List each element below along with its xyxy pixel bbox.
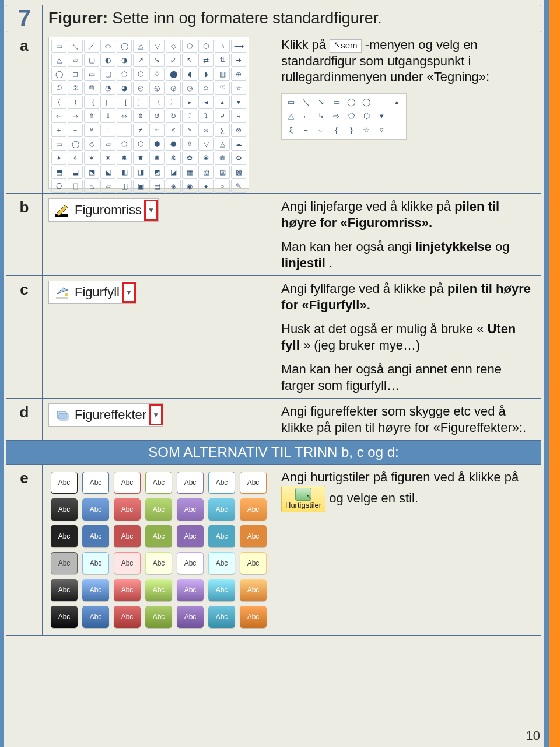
right-accent-bar (550, 0, 560, 747)
section-header: 7 Figurer: Sette inn og formatere standa… (6, 5, 541, 32)
section-number: 7 (6, 5, 43, 32)
pencil-outline-icon (52, 201, 71, 219)
b-p2-post: . (329, 256, 332, 270)
quick-style-cell[interactable]: Abc (145, 498, 172, 521)
quick-style-cell[interactable]: Abc (240, 472, 267, 494)
quick-style-cell[interactable]: Abc (51, 579, 78, 601)
quick-style-cell[interactable]: Abc (82, 552, 109, 574)
steps-table: a ▭＼／⬭◯△▽◇⬠⬡⌂⟶ △▱▢◐◑↗↘↙↖⇄⇅➜ ◯◻▭▢⬠⬡◊⬤◖◗▥⊕… (6, 32, 541, 636)
page-number: 10 (526, 728, 540, 743)
step-b-visual: Figuromriss ▼ (43, 194, 275, 276)
quick-style-cell[interactable]: Abc (114, 606, 141, 628)
quick-style-cell[interactable]: Abc (240, 552, 267, 574)
row-b: b Figuromriss ▼ Angi linjefarge ved å kl… (6, 194, 541, 276)
hurtigstiler-preview-icon (295, 488, 312, 501)
quick-style-cell[interactable]: Abc (114, 552, 141, 574)
svg-rect-2 (56, 297, 68, 299)
step-letter-b: b (6, 194, 43, 276)
quick-style-cell[interactable]: Abc (177, 498, 204, 521)
row-c: c Figurfyll ▼ Angi fyllfarge (6, 276, 541, 399)
quick-style-cell[interactable]: Abc (82, 606, 109, 628)
step-c-description: Angi fyllfarge ved å klikke på pilen til… (275, 276, 541, 399)
section-title: Figurer: Sette inn og formatere standard… (43, 9, 388, 27)
title-bold: Figurer: (48, 9, 108, 27)
quick-style-cell[interactable]: Abc (177, 606, 204, 628)
quick-style-cell[interactable]: Abc (240, 606, 267, 628)
quick-style-cell[interactable]: Abc (208, 579, 235, 601)
c-p1-pre: Angi fyllfarge ved å klikke på (281, 281, 447, 296)
title-rest: Sette inn og formatere standardfigurer. (108, 9, 382, 27)
step-c-visual: Figurfyll ▼ (43, 276, 275, 399)
step-letter-c: c (6, 276, 43, 399)
figureffekter-label: Figureffekter (75, 407, 146, 423)
step-letter-a: a (6, 32, 43, 194)
quick-style-cell[interactable]: Abc (114, 498, 141, 521)
quick-style-cell[interactable]: Abc (208, 498, 235, 521)
step-d-description: Angi figureffekter som skygge etc ved å … (275, 399, 541, 441)
quick-style-cell[interactable]: Abc (240, 498, 267, 521)
quick-style-cell[interactable]: Abc (240, 525, 267, 547)
alternative-banner: SOM ALTERNATIV TIL TRINN b, c og d: (6, 441, 541, 465)
figureffekter-button[interactable]: Figureffekter ▼ (48, 403, 163, 427)
quick-style-cell[interactable]: Abc (145, 525, 172, 547)
quick-style-cell[interactable]: Abc (177, 472, 204, 494)
quick-style-cell[interactable]: Abc (82, 525, 109, 547)
a-text-1: Klikk på (281, 37, 330, 52)
quick-style-cell[interactable]: Abc (82, 498, 109, 521)
quick-style-cell[interactable]: Abc (51, 606, 78, 628)
quick-style-cell[interactable]: Abc (114, 579, 141, 601)
effects-icon (52, 406, 71, 424)
quick-style-cell[interactable]: Abc (177, 552, 204, 574)
figureffekter-dropdown-arrow[interactable]: ▼ (149, 404, 163, 425)
quick-styles-gallery[interactable]: AbcAbcAbcAbcAbcAbcAbcAbcAbcAbcAbcAbcAbcA… (48, 469, 269, 630)
quick-style-cell[interactable]: Abc (51, 472, 78, 494)
quick-style-cell[interactable]: Abc (51, 552, 78, 574)
d-p1: Angi figureffekter som skygge etc ved å … (281, 403, 535, 435)
e-p1-pre: Angi hurtigstiler på figuren ved å klikk… (281, 470, 519, 484)
b-p2-pre: Man kan her også angi (281, 239, 415, 254)
quick-style-cell[interactable]: Abc (145, 606, 172, 628)
c-p2-post: » (jeg bruker mye…) (303, 338, 421, 352)
cursor-icon: ↖ (334, 40, 341, 50)
figuromriss-button[interactable]: Figuromriss ▼ (48, 198, 159, 222)
quick-style-cell[interactable]: Abc (177, 525, 204, 547)
e-p1-post: og velge en stil. (329, 490, 418, 505)
hurtigstiler-label: Hurtigstiler (285, 501, 321, 510)
quick-style-cell[interactable]: Abc (208, 472, 235, 494)
row-a: a ▭＼／⬭◯△▽◇⬠⬡⌂⟶ △▱▢◐◑↗↘↙↖⇄⇅➜ ◯◻▭▢⬠⬡◊⬤◖◗▥⊕… (6, 32, 541, 194)
step-b-description: Angi linjefarge ved å klikke på pilen ti… (275, 194, 541, 276)
quick-style-cell[interactable]: Abc (82, 472, 109, 494)
step-a-description: Klikk på ↖ sem -menyen og velg en standa… (275, 32, 541, 194)
figuromriss-dropdown-arrow[interactable]: ▼ (144, 200, 158, 221)
quick-style-cell[interactable]: Abc (240, 579, 267, 601)
quick-style-cell[interactable]: Abc (145, 472, 172, 494)
quick-style-cell[interactable]: Abc (177, 579, 204, 601)
step-letter-e: e (6, 465, 43, 636)
step-e-description: Angi hurtigstiler på figuren ved å klikk… (275, 465, 541, 636)
quick-style-cell[interactable]: Abc (208, 606, 235, 628)
step-d-visual: Figureffekter ▼ (43, 399, 275, 441)
drawing-dropdown-mini[interactable]: ▭＼↘▭◯◯ ▴ △⌐↳⇨⬠⬡▾ ξ⌢⌣{}☆▿ (281, 93, 407, 140)
alternative-banner-row: SOM ALTERNATIV TIL TRINN b, c og d: (6, 441, 541, 465)
quick-style-cell[interactable]: Abc (208, 525, 235, 547)
row-e: e AbcAbcAbcAbcAbcAbcAbcAbcAbcAbcAbcAbcAb… (6, 465, 541, 636)
quick-style-cell[interactable]: Abc (145, 579, 172, 601)
svg-point-1 (65, 293, 68, 296)
step-e-visual: AbcAbcAbcAbcAbcAbcAbcAbcAbcAbcAbcAbcAbcA… (43, 465, 275, 636)
quick-style-cell[interactable]: Abc (51, 525, 78, 547)
shapes-gallery[interactable]: ▭＼／⬭◯△▽◇⬠⬡⌂⟶ △▱▢◐◑↗↘↙↖⇄⇅➜ ◯◻▭▢⬠⬡◊⬤◖◗▥⊕ ①… (48, 37, 249, 189)
sem-menu-chip[interactable]: ↖ sem (330, 39, 361, 53)
c-p2-pre: Husk at det også er mulig å bruke « (281, 322, 484, 336)
quick-style-cell[interactable]: Abc (82, 579, 109, 601)
quick-style-cell[interactable]: Abc (145, 552, 172, 574)
quick-style-cell[interactable]: Abc (114, 472, 141, 494)
b-p1-pre: Angi linjefarge ved å klikke på (281, 199, 454, 214)
b-p2-bold1: linjetykkelse (415, 239, 492, 254)
figurfyll-button[interactable]: Figurfyll ▼ (48, 281, 136, 304)
quick-style-cell[interactable]: Abc (51, 498, 78, 521)
hurtigstiler-button[interactable]: Hurtigstiler (281, 486, 326, 512)
figurfyll-dropdown-arrow[interactable]: ▼ (122, 282, 136, 303)
quick-style-cell[interactable]: Abc (208, 552, 235, 574)
quick-style-cell[interactable]: Abc (114, 525, 141, 547)
page-content: 7 Figurer: Sette inn og formatere standa… (6, 5, 541, 636)
